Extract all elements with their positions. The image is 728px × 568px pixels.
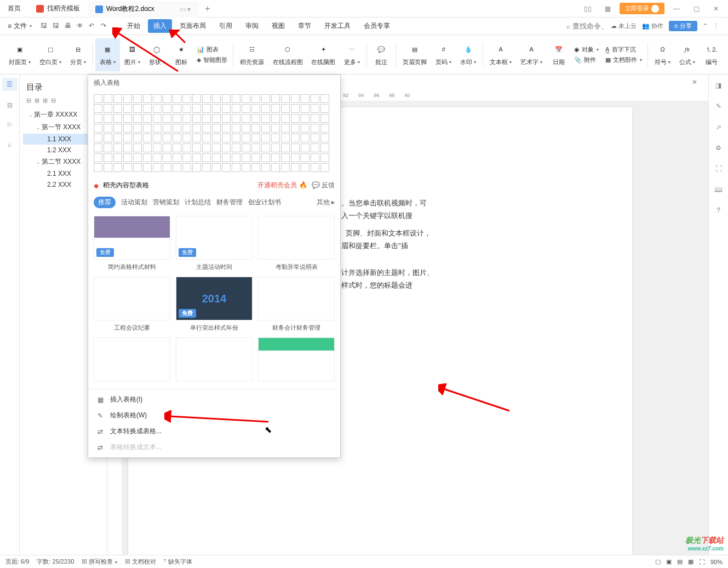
grid-cell[interactable] [251, 124, 260, 133]
grid-cell[interactable] [212, 134, 221, 142]
ribbon-wordart[interactable]: A艺术字▾ [516, 38, 547, 71]
share-button[interactable]: ⎋ 分享 [669, 21, 697, 31]
grid-cell[interactable] [173, 163, 181, 172]
ribbon-dropcap[interactable]: A̲首字下沉 [605, 45, 642, 54]
grid-cell[interactable] [281, 94, 290, 103]
grid-cell[interactable] [143, 144, 152, 152]
grid-cell[interactable] [320, 104, 329, 113]
grid-cell[interactable] [222, 144, 231, 152]
grid-cell[interactable] [320, 114, 329, 123]
status-spell[interactable]: ☒ 拼写检查 ▾ [82, 558, 117, 566]
layout-icon[interactable]: ▯▯ [580, 5, 595, 13]
grid-cell[interactable] [113, 163, 122, 172]
grid-cell[interactable] [242, 104, 250, 113]
grid-cell[interactable] [123, 114, 132, 123]
outline-collapse-icon[interactable]: ⊟ [26, 97, 31, 104]
outline-expand-icon[interactable]: ⊞ [35, 97, 39, 104]
dropdown-menu-item[interactable]: ✎绘制表格(W) [88, 408, 340, 423]
grid-cell[interactable] [222, 124, 231, 133]
file-menu[interactable]: ≡ 文件 ▾ [4, 21, 35, 31]
ribbon-docer[interactable]: ☷稻壳资源 [236, 38, 268, 71]
grid-cell[interactable] [163, 134, 171, 142]
grid-cell[interactable] [212, 124, 221, 133]
template-tab[interactable]: 推荐 [94, 197, 116, 208]
grid-cell[interactable] [133, 124, 142, 133]
close-button[interactable]: ✕ [708, 5, 724, 13]
grid-cell[interactable] [182, 134, 191, 142]
status-page[interactable]: 页面: 6/9 [5, 558, 29, 566]
ribbon-cover[interactable]: ▣封面页▾ [4, 38, 35, 71]
grid-cell[interactable] [153, 153, 162, 162]
template-item[interactable] [258, 337, 335, 385]
grid-cell[interactable] [271, 94, 280, 103]
grid-cell[interactable] [212, 153, 221, 162]
grid-cell[interactable] [281, 134, 290, 142]
grid-cell[interactable] [320, 94, 329, 103]
grid-cell[interactable] [143, 153, 152, 162]
tab-insert[interactable]: 插入 [148, 19, 172, 33]
grid-cell[interactable] [232, 104, 240, 113]
grid-cell[interactable] [163, 94, 171, 103]
grid-cell[interactable] [301, 134, 309, 142]
grid-cell[interactable] [311, 114, 319, 123]
tab-section[interactable]: 章节 [293, 19, 317, 33]
notice-close[interactable]: ✕ [692, 78, 697, 86]
grid-cell[interactable] [232, 124, 240, 133]
rrail-q[interactable]: ? [713, 205, 724, 216]
grid-cell[interactable] [182, 124, 191, 133]
grid-cell[interactable] [123, 124, 132, 133]
template-item[interactable]: 2014免费单行突出样式年份 [176, 277, 253, 332]
print-icon[interactable]: 🖶 [65, 22, 73, 31]
grid-cell[interactable] [123, 134, 132, 142]
grid-cell[interactable] [113, 153, 122, 162]
ribbon-mindmap[interactable]: ✦在线脑图 [307, 38, 340, 71]
coop-button[interactable]: 👥 协作 [642, 22, 663, 30]
grid-cell[interactable] [104, 163, 112, 172]
grid-cell[interactable] [94, 104, 102, 113]
grid-cell[interactable] [222, 94, 231, 103]
grid-cell[interactable] [320, 153, 329, 162]
grid-cell[interactable] [311, 94, 319, 103]
grid-cell[interactable] [182, 144, 191, 152]
grid-cell[interactable] [94, 134, 102, 142]
rrail-limit[interactable]: ⛶ [713, 163, 724, 174]
grid-cell[interactable] [291, 114, 300, 123]
grid-cell[interactable] [192, 124, 201, 133]
ribbon-docpart[interactable]: ▦文档部件▾ [605, 55, 642, 65]
grid-cell[interactable] [291, 94, 300, 103]
grid-cell[interactable] [212, 94, 221, 103]
saveas-icon[interactable]: 🖫 [53, 22, 61, 31]
template-item[interactable]: 工程会议纪要 [94, 277, 170, 332]
tab-document[interactable]: Word教程2.docx ▭ ▾ [88, 0, 198, 18]
grid-cell[interactable] [251, 163, 260, 172]
tab-reference[interactable]: 引用 [214, 19, 238, 33]
grid-cell[interactable] [202, 114, 211, 123]
grid-cell[interactable] [222, 114, 231, 123]
grid-cell[interactable] [133, 114, 142, 123]
grid-cell[interactable] [281, 124, 290, 133]
ribbon-date[interactable]: 📅日期 [547, 38, 571, 71]
rail-bookmark[interactable]: ⚐ [4, 119, 15, 130]
grid-cell[interactable] [173, 144, 181, 152]
grid-cell[interactable] [271, 114, 280, 123]
grid-cell[interactable] [94, 153, 102, 162]
grid-cell[interactable] [153, 163, 162, 172]
grid-cell[interactable] [251, 144, 260, 152]
grid-cell[interactable] [104, 134, 112, 142]
grid-cell[interactable] [202, 134, 211, 142]
ribbon-comment[interactable]: 💬批注 [369, 38, 393, 71]
grid-cell[interactable] [311, 144, 319, 152]
grid-cell[interactable] [301, 114, 309, 123]
grid-cell[interactable] [261, 144, 270, 152]
grid-cell[interactable] [281, 163, 290, 172]
grid-cell[interactable] [123, 153, 132, 162]
grid-cell[interactable] [222, 104, 231, 113]
tab-docer[interactable]: 找稻壳模板 [28, 0, 88, 18]
grid-cell[interactable] [163, 104, 171, 113]
grid-cell[interactable] [113, 114, 122, 123]
grid-cell[interactable] [320, 144, 329, 152]
grid-cell[interactable] [301, 163, 309, 172]
grid-cell[interactable] [143, 124, 152, 133]
status-proof[interactable]: ☒ 文档校对 [125, 558, 156, 566]
grid-cell[interactable] [143, 134, 152, 142]
